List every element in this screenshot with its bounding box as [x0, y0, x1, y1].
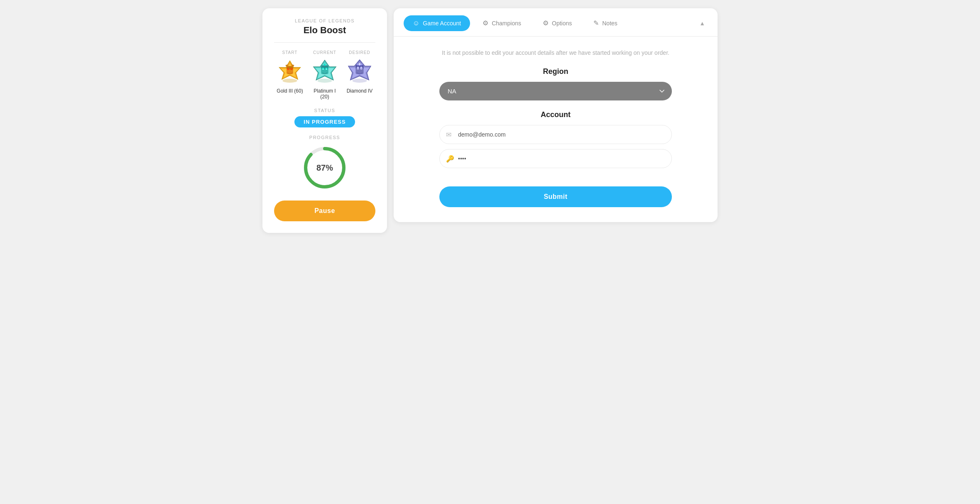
tabs-row: ☺ Game Account ⚙ Champions ⚙ Options ✎ N…	[394, 8, 718, 31]
divider	[274, 42, 375, 43]
svg-point-19	[352, 79, 367, 83]
svg-point-27	[361, 68, 362, 69]
tab-options[interactable]: ⚙ Options	[534, 15, 581, 31]
right-card: ☺ Game Account ⚙ Champions ⚙ Options ✎ N…	[394, 8, 718, 222]
status-section: STATUS IN PROGRESS	[274, 108, 375, 127]
key-icon: 🔑	[446, 155, 454, 163]
svg-point-5	[287, 68, 289, 70]
email-wrapper: ✉	[439, 125, 672, 144]
region-select[interactable]: NA EUW EUNE KR BR LAN LAS OCE RU TR	[439, 82, 672, 100]
right-content: It is not possible to edit your account …	[394, 37, 718, 210]
left-card: LEAGUE OF LEGENDS Elo Boost START	[262, 8, 387, 233]
desired-rank-name: Diamond IV	[347, 88, 373, 94]
platinum-rank-icon	[311, 58, 338, 85]
svg-point-26	[358, 68, 358, 69]
tab-notes-label: Notes	[602, 20, 617, 27]
progress-text: 87%	[316, 163, 333, 173]
tab-game-account-label: Game Account	[423, 20, 461, 27]
collapse-button[interactable]: ▲	[697, 17, 708, 29]
options-icon: ⚙	[543, 19, 549, 27]
game-label: LEAGUE OF LEGENDS	[295, 18, 355, 23]
password-wrapper: 🔑	[439, 149, 672, 168]
notes-icon: ✎	[593, 19, 599, 27]
password-field[interactable]	[439, 149, 672, 168]
email-field[interactable]	[439, 125, 672, 144]
desired-label: DESIRED	[349, 50, 370, 55]
start-rank-name: Gold III (60)	[277, 88, 303, 94]
svg-point-16	[323, 69, 323, 69]
boost-title: Elo Boost	[304, 25, 346, 36]
form-section: Region NA EUW EUNE KR BR LAN LAS OCE RU …	[439, 67, 672, 173]
tab-options-label: Options	[552, 20, 572, 27]
tab-champions-label: Champions	[492, 20, 521, 27]
current-rank-name: Platinum I (20)	[309, 88, 341, 100]
champions-icon: ⚙	[483, 19, 488, 27]
submit-button[interactable]: Submit	[439, 186, 672, 207]
rank-desired: DESIRED Diamond IV	[344, 50, 375, 100]
svg-point-17	[326, 69, 327, 69]
start-label: START	[282, 50, 298, 55]
tab-champions[interactable]: ⚙ Champions	[473, 15, 530, 31]
svg-point-9	[317, 79, 332, 83]
rank-current: CURRENT Platinum I (20)	[309, 50, 341, 100]
rank-start: START Gold III (60)	[274, 50, 306, 100]
gold-rank-icon	[277, 58, 303, 85]
info-text: It is not possible to edit your account …	[442, 48, 669, 57]
user-icon: ☺	[413, 20, 419, 27]
svg-point-6	[291, 68, 293, 70]
status-label: STATUS	[314, 108, 336, 113]
region-title: Region	[543, 67, 568, 76]
rank-row: START Gold III (60) CURRE	[274, 50, 375, 100]
progress-label: PROGRESS	[309, 135, 340, 140]
progress-ring: 87%	[302, 145, 348, 191]
tab-notes[interactable]: ✎ Notes	[584, 15, 627, 31]
tab-game-account[interactable]: ☺ Game Account	[404, 15, 470, 31]
status-badge: IN PROGRESS	[294, 116, 355, 127]
progress-section: PROGRESS 87%	[274, 135, 375, 191]
svg-point-0	[282, 79, 297, 83]
diamond-rank-icon	[346, 58, 373, 85]
email-icon: ✉	[446, 131, 451, 139]
current-label: CURRENT	[313, 50, 336, 55]
account-title: Account	[439, 110, 672, 119]
pause-button[interactable]: Pause	[274, 201, 375, 221]
